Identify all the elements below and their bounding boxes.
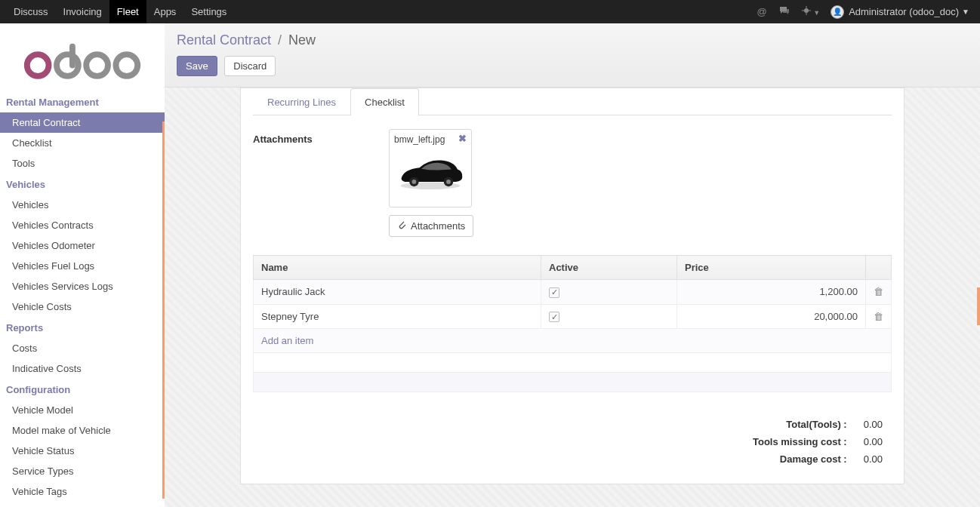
attachment-card[interactable]: ✖ bmw_left.jpg xyxy=(389,129,472,207)
sidebar-item-tools[interactable]: Tools xyxy=(0,153,165,174)
sidebar-item-vehicles-fuel-logs[interactable]: Vehicles Fuel Logs xyxy=(0,256,165,276)
sidebar-section-rental[interactable]: Rental Management xyxy=(0,91,165,112)
cell-active[interactable]: ✓ xyxy=(541,304,677,329)
damage-cost-label: Damage cost : xyxy=(745,451,855,467)
totals: Total(Tools) :0.00 Tools missing cost :0… xyxy=(253,415,892,469)
trash-icon[interactable]: 🗑 xyxy=(866,280,892,305)
logo xyxy=(0,29,165,91)
cell-price: 20,000.00 xyxy=(677,304,866,329)
cell-name: Stepney Tyre xyxy=(254,304,541,329)
sidebar-item-checklist[interactable]: Checklist xyxy=(0,133,165,153)
damage-cost-value: 0.00 xyxy=(856,451,890,467)
sidebar-item-vehicles-contracts[interactable]: Vehicles Contracts xyxy=(0,215,165,235)
total-tools-label: Total(Tools) : xyxy=(745,416,855,432)
total-tools-value: 0.00 xyxy=(856,416,890,432)
avatar: 👤 xyxy=(831,5,844,19)
sidebar-item-model-make[interactable]: Model make of Vehicle xyxy=(0,420,165,441)
table-row[interactable]: Stepney Tyre ✓ 20,000.00 🗑 xyxy=(254,304,892,329)
breadcrumb-sep: / xyxy=(275,32,285,48)
top-navbar: Discuss Invoicing Fleet Apps Settings @ … xyxy=(0,0,980,23)
nav-fleet[interactable]: Fleet xyxy=(109,0,146,23)
sidebar-item-vehicles-services-logs[interactable]: Vehicles Services Logs xyxy=(0,276,165,297)
tab-checklist[interactable]: Checklist xyxy=(350,88,419,115)
add-item-link[interactable]: Add an item xyxy=(261,335,313,346)
svg-point-13 xyxy=(446,180,451,184)
chevron-down-icon: ▼ xyxy=(813,9,820,17)
tools-missing-label: Tools missing cost : xyxy=(745,434,855,450)
car-thumbnail xyxy=(394,151,467,192)
nav-apps[interactable]: Apps xyxy=(146,0,184,23)
svg-point-8 xyxy=(116,54,137,76)
discard-button[interactable]: Discard xyxy=(224,56,276,76)
svg-point-5 xyxy=(27,54,49,76)
bug-icon[interactable]: ▼ xyxy=(796,6,827,17)
svg-point-0 xyxy=(804,8,809,13)
main-content: Rental Contract / New Save Discard Recur… xyxy=(165,23,980,507)
close-icon[interactable]: ✖ xyxy=(458,133,467,144)
cell-name: Hydraulic Jack xyxy=(254,280,541,305)
cell-price: 1,200.00 xyxy=(677,280,866,305)
sidebar-item-vehicle-tags[interactable]: Vehicle Tags xyxy=(0,481,165,502)
sidebar-item-service-types[interactable]: Service Types xyxy=(0,461,165,481)
tab-recurring-lines[interactable]: Recurring Lines xyxy=(253,88,350,115)
save-button[interactable]: Save xyxy=(177,56,217,76)
sidebar-item-indicative-costs[interactable]: Indicative Costs xyxy=(0,358,165,379)
at-icon[interactable]: @ xyxy=(750,6,772,17)
attachments-button[interactable]: Attachments xyxy=(389,215,473,237)
user-label: Administrator (odoo_doc) xyxy=(849,6,959,17)
svg-point-7 xyxy=(86,54,108,76)
sidebar-section-reports[interactable]: Reports xyxy=(0,317,165,338)
sidebar-item-vehicle-model[interactable]: Vehicle Model xyxy=(0,400,165,420)
breadcrumb-root[interactable]: Rental Contract xyxy=(177,32,271,48)
breadcrumb: Rental Contract / New xyxy=(177,32,968,48)
chevron-down-icon: ▼ xyxy=(962,8,969,16)
paperclip-icon xyxy=(397,220,406,232)
table-row[interactable]: Hydraulic Jack ✓ 1,200.00 🗑 xyxy=(254,280,892,305)
breadcrumb-current: New xyxy=(288,32,316,48)
sidebar-item-vehicle-status[interactable]: Vehicle Status xyxy=(0,441,165,461)
user-menu[interactable]: 👤 Administrator (odoo_doc) ▼ xyxy=(826,5,974,19)
col-price: Price xyxy=(677,256,866,280)
tools-table: Name Active Price Hydraulic Jack ✓ 1,200… xyxy=(253,255,892,392)
attachment-filename: bmw_left.jpg xyxy=(394,134,467,145)
form-sheet: Recurring Lines Checklist Attachments ✖ … xyxy=(240,88,904,484)
nav-settings[interactable]: Settings xyxy=(183,0,234,23)
sidebar-section-configuration[interactable]: Configuration xyxy=(0,379,165,400)
tools-missing-value: 0.00 xyxy=(856,434,890,450)
col-active: Active xyxy=(541,256,677,280)
sidebar-item-vehicles-odometer[interactable]: Vehicles Odometer xyxy=(0,235,165,256)
attachments-button-label: Attachments xyxy=(411,220,465,232)
checkbox-icon[interactable]: ✓ xyxy=(549,312,559,322)
nav-invoicing[interactable]: Invoicing xyxy=(56,0,109,23)
sidebar-item-vehicle-costs[interactable]: Vehicle Costs xyxy=(0,297,165,317)
sidebar-item-vehicles[interactable]: Vehicles xyxy=(0,195,165,215)
col-name: Name xyxy=(254,256,541,280)
sidebar-section-vehicles[interactable]: Vehicles xyxy=(0,174,165,195)
table-row-add: Add an item xyxy=(254,329,892,353)
checkbox-icon[interactable]: ✓ xyxy=(549,287,559,298)
trash-icon[interactable]: 🗑 xyxy=(866,304,892,329)
cell-active[interactable]: ✓ xyxy=(541,280,677,305)
chat-icon[interactable] xyxy=(773,6,796,17)
attachments-label: Attachments xyxy=(253,129,344,237)
sidebar: Rental Management Rental Contract Checkl… xyxy=(0,23,165,507)
tabs: Recurring Lines Checklist xyxy=(253,88,892,115)
control-panel: Rental Contract / New Save Discard xyxy=(165,23,980,88)
sidebar-item-rental-contract[interactable]: Rental Contract xyxy=(0,112,165,133)
sidebar-item-costs[interactable]: Costs xyxy=(0,338,165,358)
svg-point-11 xyxy=(412,180,417,184)
nav-discuss[interactable]: Discuss xyxy=(6,0,56,23)
